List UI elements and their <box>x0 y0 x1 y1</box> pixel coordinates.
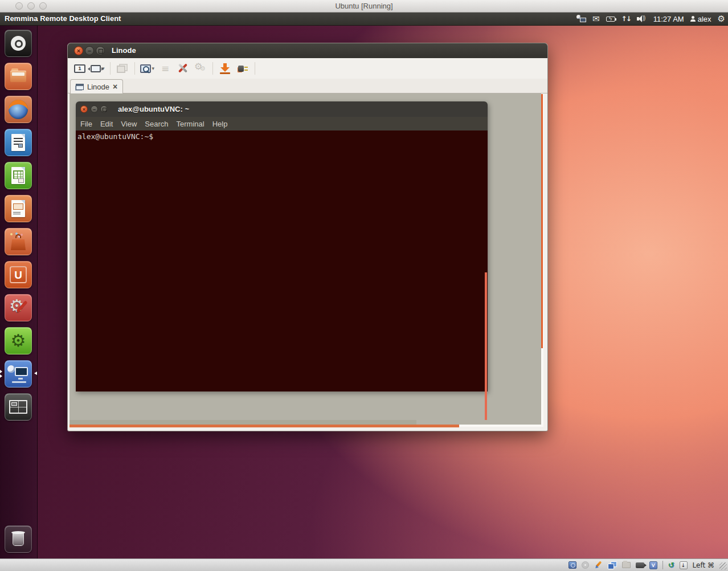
ubuntu-one-icon: U <box>10 266 27 283</box>
remmina-tab-bar: Linode × <box>68 79 547 93</box>
menu-terminal[interactable]: Terminal <box>177 120 205 128</box>
scaled-mode-caret-icon[interactable]: ▾ <box>152 66 155 71</box>
launcher-item-libreoffice-calc[interactable] <box>5 162 32 189</box>
app-menu-title[interactable]: Remmina Remote Desktop Client <box>5 13 121 25</box>
remmina-maximize-button[interactable] <box>96 46 105 55</box>
files-folder-icon <box>10 71 26 82</box>
impress-presentation-icon <box>11 200 25 217</box>
launcher-item-firefox[interactable] <box>5 96 32 123</box>
launcher-item-workspace-switcher[interactable] <box>5 393 32 421</box>
menu-help[interactable]: Help <box>212 120 228 128</box>
hard-disks-icon[interactable] <box>569 561 576 569</box>
launcher-item-system-settings[interactable]: ⚙ <box>5 294 32 321</box>
menu-view[interactable]: View <box>121 120 137 128</box>
scaled-mode-icon <box>140 64 151 73</box>
network-adapters-icon[interactable] <box>608 561 617 569</box>
terminal-minimize-button[interactable]: – <box>91 105 98 113</box>
remmina-minimize-button[interactable]: – <box>85 46 94 55</box>
vm-window-titlebar[interactable]: Ubuntu [Running] <box>0 0 728 13</box>
virtualbox-status-bar: V ↺ ↓ Left ⌘ <box>0 558 728 571</box>
launcher-item-libreoffice-impress[interactable] <box>5 195 32 222</box>
shared-folders-icon[interactable] <box>622 562 631 568</box>
fullscreen-button[interactable]: ▾ <box>91 61 105 76</box>
tab-linode[interactable]: Linode × <box>70 79 123 93</box>
tools-button[interactable] <box>176 61 190 76</box>
terminal-content[interactable]: alex@ubuntuVNC:~$ <box>76 130 488 391</box>
remote-desktop-viewport[interactable]: × – alex@ubuntuVNC: ~ File Edit View Sea… <box>69 93 543 427</box>
network-indicator-icon[interactable]: ↑↓ <box>621 15 631 23</box>
toolbar-separator <box>134 62 135 75</box>
grab-keyboard-icon: ≡ <box>161 64 169 74</box>
indicator-tray: ✉ ϟ ↑↓ )) 11:27 AM alex ⚙ <box>576 13 725 25</box>
remmina-launcher-icon <box>7 365 29 383</box>
optical-drives-icon[interactable] <box>582 561 589 569</box>
terminal-close-button[interactable]: × <box>80 105 88 113</box>
mouse-integration-icon[interactable]: ↺ <box>668 561 674 569</box>
launcher-item-remmina[interactable] <box>5 360 32 388</box>
resize-grip[interactable] <box>719 562 727 570</box>
remote-artifact-line <box>485 272 487 420</box>
remmina-applet-icon[interactable] <box>576 15 586 23</box>
message-indicator-icon[interactable]: ✉ <box>592 15 600 23</box>
fit-window-button[interactable]: 1 <box>73 61 87 76</box>
screenshot-import-button[interactable] <box>218 61 232 76</box>
toolbar-separator <box>212 62 213 75</box>
remmina-close-button[interactable]: × <box>74 46 83 55</box>
grab-keyboard-button[interactable]: ≡ <box>158 61 172 76</box>
session-menu-gear-icon[interactable]: ⚙ <box>718 15 725 23</box>
host-key-label: Left ⌘ <box>693 561 714 569</box>
preferences-button[interactable]: ⚙⚙ <box>194 61 207 76</box>
import-arrow-icon <box>220 63 230 74</box>
scaled-mode-button[interactable]: ▾ <box>140 61 155 76</box>
vm-window-title: Ubuntu [Running] <box>0 0 728 13</box>
menu-file[interactable]: File <box>80 120 92 128</box>
fullscreen-icon <box>91 65 101 72</box>
launcher-item-ubuntu-one[interactable]: U <box>5 261 32 288</box>
remmina-focused-arrow <box>34 372 37 375</box>
calc-spreadsheet-icon <box>11 167 25 184</box>
menu-search[interactable]: Search <box>145 120 168 128</box>
duplicate-icon <box>117 64 128 73</box>
clock-indicator[interactable]: 11:27 AM <box>653 15 684 23</box>
terminal-window-title: alex@ubuntuVNC: ~ <box>118 101 189 117</box>
launcher-item-software-updater[interactable]: ⚙ <box>5 327 32 354</box>
shell-prompt: alex@ubuntuVNC:~$ <box>77 132 153 141</box>
toolbar-separator <box>110 62 111 75</box>
battery-indicator-icon[interactable]: ϟ <box>606 17 615 22</box>
remmina-titlebar[interactable]: × – Linode <box>68 43 547 58</box>
preferences-gears-icon: ⚙⚙ <box>194 63 207 74</box>
virtualization-features-icon[interactable]: V <box>649 561 657 569</box>
launcher-item-libreoffice-writer[interactable] <box>5 129 32 156</box>
video-capture-icon[interactable] <box>636 562 644 568</box>
volume-indicator-icon[interactable]: )) <box>637 15 647 22</box>
terminal-menubar: File Edit View Search Terminal Help <box>76 117 488 130</box>
terminal-window: × – alex@ubuntuVNC: ~ File Edit View Sea… <box>76 101 488 391</box>
user-menu[interactable]: alex <box>690 15 711 23</box>
tab-label: Linode <box>87 83 109 91</box>
software-center-bag-icon <box>10 233 27 250</box>
menu-edit[interactable]: Edit <box>100 120 113 128</box>
firefox-icon <box>9 100 28 119</box>
remote-artifact-line <box>541 94 543 348</box>
tab-window-icon <box>76 84 84 90</box>
virtualbox-vm-screen: Ubuntu [Running] Remmina Remote Desktop … <box>0 0 728 571</box>
launcher-item-dash-home[interactable] <box>5 30 32 57</box>
remmina-window: × – Linode 1 ▾ ▾ ≡ ⚙ <box>67 43 548 431</box>
keyboard-capture-icon[interactable]: ↓ <box>680 561 688 569</box>
launcher-item-files[interactable] <box>5 63 32 90</box>
ubuntu-top-panel: Remmina Remote Desktop Client ✉ ϟ ↑↓ )) … <box>0 13 728 26</box>
remote-artifact-band <box>69 420 416 425</box>
workspace-switcher-icon <box>9 400 27 414</box>
tab-close-icon[interactable]: × <box>113 83 117 91</box>
remmina-running-pip <box>0 370 2 373</box>
duplicate-connection-button[interactable] <box>116 61 129 76</box>
fit-window-icon: 1 <box>74 64 85 73</box>
launcher-item-ubuntu-software-center[interactable] <box>5 228 32 255</box>
terminal-titlebar[interactable]: × – alex@ubuntuVNC: ~ <box>76 101 488 117</box>
launcher-item-trash[interactable] <box>5 525 32 553</box>
remmina-window-title: Linode <box>112 43 136 58</box>
terminal-maximize-button[interactable] <box>100 105 108 113</box>
remote-artifact-bar <box>69 425 459 427</box>
usb-devices-icon[interactable] <box>594 561 603 569</box>
disconnect-button[interactable] <box>236 61 250 76</box>
